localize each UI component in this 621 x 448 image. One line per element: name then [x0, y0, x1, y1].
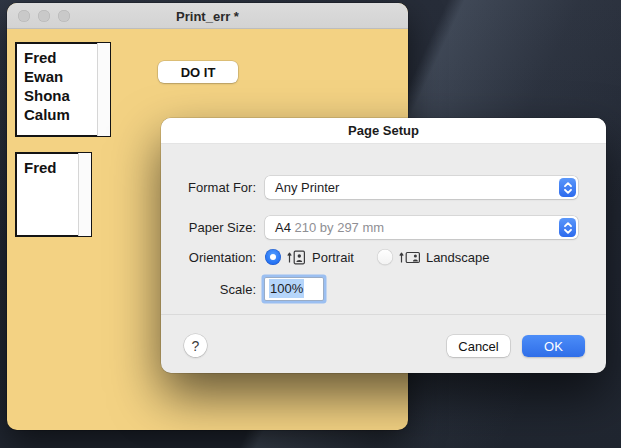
paper-size-popup[interactable]: A4 210 by 297 mm — [265, 216, 578, 239]
portrait-label[interactable]: Portrait — [312, 250, 354, 265]
chevron-up-down-icon — [559, 178, 576, 197]
orientation-radio-group: Portrait Landscape — [265, 248, 490, 266]
main-titlebar[interactable]: Print_err * — [7, 3, 408, 29]
cancel-button[interactable]: Cancel — [447, 335, 510, 357]
dialog-title: Page Setup — [161, 118, 606, 144]
page-setup-dialog: Page Setup Format For: Any Printer Paper… — [161, 118, 606, 373]
landscape-orientation-icon — [399, 250, 421, 265]
chevron-up-down-icon — [559, 218, 576, 237]
scale-label: Scale: — [161, 282, 256, 297]
names-listbox[interactable]: Fred Ewan Shona Calum — [15, 42, 111, 137]
portrait-radio[interactable] — [265, 249, 281, 265]
selected-listbox[interactable]: Fred — [15, 152, 92, 237]
scrollbar[interactable] — [97, 43, 110, 136]
format-for-popup[interactable]: Any Printer — [265, 176, 578, 199]
format-for-value: Any Printer — [275, 180, 339, 195]
paper-size-detail: 210 by 297 mm — [291, 220, 384, 235]
format-for-label: Format For: — [161, 180, 256, 195]
scale-value: 100% — [269, 279, 304, 298]
orientation-label: Orientation: — [161, 250, 256, 265]
paper-size-label: Paper Size: — [161, 220, 256, 235]
landscape-radio[interactable] — [377, 249, 393, 265]
ok-button[interactable]: OK — [522, 335, 585, 357]
scale-input[interactable]: 100% — [265, 278, 323, 300]
scrollbar[interactable] — [78, 153, 91, 236]
paper-size-value: A4 — [275, 220, 291, 235]
portrait-orientation-icon — [287, 250, 307, 265]
names-list-items: Fred Ewan Shona Calum — [17, 44, 109, 124]
window-title: Print_err * — [7, 3, 408, 29]
help-button[interactable]: ? — [184, 334, 207, 357]
do-it-button[interactable]: DO IT — [158, 61, 238, 83]
landscape-label[interactable]: Landscape — [426, 250, 490, 265]
footer-divider — [161, 314, 606, 315]
